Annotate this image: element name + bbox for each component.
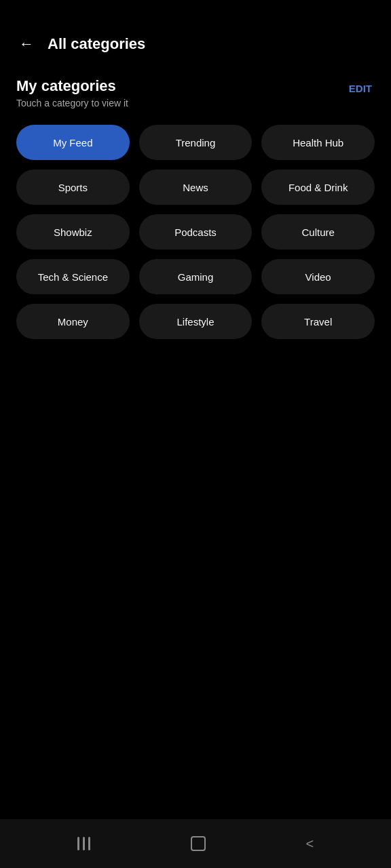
edit-button[interactable]: EDIT xyxy=(346,80,375,97)
menu-icon xyxy=(77,837,90,850)
nav-home-button[interactable] xyxy=(185,831,211,856)
section-header: My categories Touch a category to view i… xyxy=(16,77,375,108)
home-icon xyxy=(191,836,206,851)
back-nav-icon: < xyxy=(305,836,314,852)
category-pill[interactable]: Money xyxy=(16,304,130,339)
nav-back-button[interactable]: < xyxy=(300,831,319,857)
bottom-navigation: < xyxy=(0,819,391,868)
category-pill[interactable]: Sports xyxy=(16,170,130,205)
section-subtitle: Touch a category to view it xyxy=(16,98,128,108)
categories-section: My categories Touch a category to view i… xyxy=(0,66,391,355)
category-pill[interactable]: Travel xyxy=(261,304,375,339)
back-button[interactable]: ← xyxy=(16,33,37,56)
category-pill[interactable]: Trending xyxy=(139,125,253,160)
section-title: My categories xyxy=(16,77,128,95)
category-pill[interactable]: Food & Drink xyxy=(261,170,375,205)
category-pill[interactable]: Video xyxy=(261,259,375,294)
header: ← All categories xyxy=(0,0,391,66)
category-pill[interactable]: Tech & Science xyxy=(16,259,130,294)
category-pill[interactable]: Podcasts xyxy=(139,214,253,250)
category-pill[interactable]: Culture xyxy=(261,214,375,250)
category-pill[interactable]: News xyxy=(139,170,253,205)
category-pill[interactable]: Health Hub xyxy=(261,125,375,160)
category-pill[interactable]: Showbiz xyxy=(16,214,130,250)
categories-grid: My FeedTrendingHealth HubSportsNewsFood … xyxy=(16,125,375,339)
nav-menu-button[interactable] xyxy=(72,831,96,856)
section-title-group: My categories Touch a category to view i… xyxy=(16,77,128,108)
category-pill[interactable]: Gaming xyxy=(139,259,253,294)
back-icon: ← xyxy=(19,35,34,53)
category-pill[interactable]: Lifestyle xyxy=(139,304,253,339)
page-title: All categories xyxy=(48,35,145,53)
category-pill[interactable]: My Feed xyxy=(16,125,130,160)
